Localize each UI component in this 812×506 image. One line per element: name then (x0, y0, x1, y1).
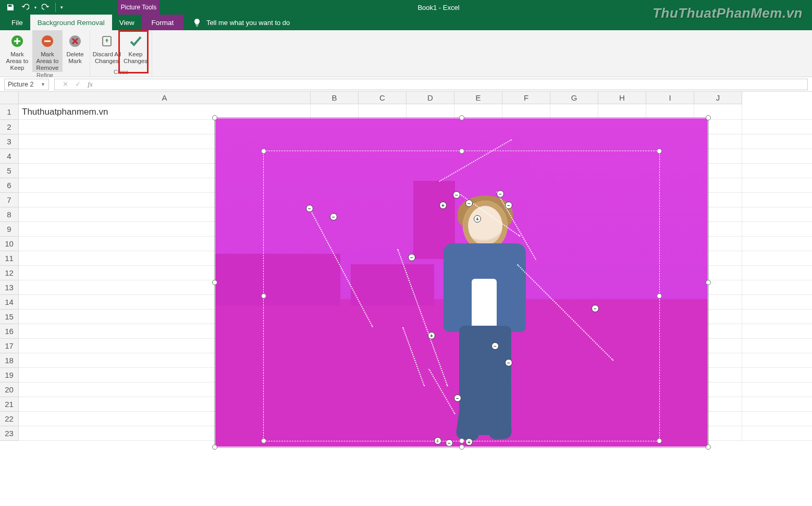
row-header-8[interactable]: 8 (0, 207, 19, 222)
crop-marquee[interactable] (263, 151, 660, 441)
row-header-7[interactable]: 7 (0, 193, 19, 207)
select-all-corner[interactable] (0, 92, 19, 104)
fx-icon[interactable]: fx (84, 79, 96, 90)
name-box[interactable]: Picture 2 ▼ (4, 79, 49, 90)
row-header-16[interactable]: 16 (0, 324, 19, 339)
tab-file[interactable]: File (4, 15, 30, 30)
recycle-icon (99, 33, 115, 49)
resize-handle[interactable] (459, 445, 464, 450)
mark-areas-to-remove-button[interactable]: Mark Areas to Remove (32, 30, 63, 72)
undo-icon[interactable] (18, 0, 32, 15)
row-header-12[interactable]: 12 (0, 266, 19, 280)
customize-qat-icon[interactable]: ▾ (58, 0, 65, 15)
picture-object[interactable] (215, 118, 708, 447)
checkmark-icon (128, 33, 143, 49)
quick-access-toolbar: ▾ ▾ (0, 0, 65, 15)
enter-icon[interactable]: ✓ (71, 79, 84, 90)
undo-dropdown-icon[interactable]: ▾ (32, 0, 39, 15)
resize-handle[interactable] (212, 280, 217, 285)
resize-handle[interactable] (459, 115, 464, 120)
row-header-3[interactable]: 3 (0, 134, 19, 149)
delete-mark-icon (67, 33, 83, 49)
cancel-icon[interactable]: ✕ (59, 79, 71, 90)
tell-me-placeholder: Tell me what you want to do (206, 19, 290, 27)
chevron-down-icon[interactable]: ▼ (41, 82, 45, 87)
watermark-text: ThuThuatPhanMem.vn (653, 5, 803, 21)
col-header-G[interactable]: G (550, 92, 598, 104)
row-header-14[interactable]: 14 (0, 295, 19, 310)
column-headers: A B C D E F G H I J (19, 92, 812, 104)
row-header-20[interactable]: 20 (0, 382, 19, 397)
row-header-21[interactable]: 21 (0, 397, 19, 412)
col-header-J[interactable]: J (694, 92, 742, 104)
formula-bar: Picture 2 ▼ ✕ ✓ fx (0, 77, 812, 92)
row-header-10[interactable]: 10 (0, 237, 19, 251)
keep-changes-button[interactable]: Keep Changes (121, 30, 150, 69)
row-header-6[interactable]: 6 (0, 178, 19, 193)
ribbon-group-refine: Mark Areas to Keep Mark Areas to Remove … (0, 30, 90, 77)
col-header-H[interactable]: H (598, 92, 646, 104)
ribbon-group-close: Discard All Changes Keep Changes Close (90, 30, 152, 77)
col-header-I[interactable]: I (646, 92, 694, 104)
col-header-C[interactable]: C (359, 92, 407, 104)
resize-handle[interactable] (212, 445, 217, 450)
resize-handle[interactable] (212, 115, 217, 120)
row-header-23[interactable]: 23 (0, 426, 19, 441)
row-header-9[interactable]: 9 (0, 222, 19, 237)
lightbulb-icon (193, 18, 201, 27)
formula-input[interactable] (96, 79, 807, 90)
row-header-11[interactable]: 11 (0, 251, 19, 266)
row-header-5[interactable]: 5 (0, 164, 19, 178)
tab-background-removal[interactable]: Background Removal (30, 15, 112, 30)
row-header-18[interactable]: 18 (0, 353, 19, 368)
delete-mark-button[interactable]: Delete Mark (63, 30, 88, 72)
col-header-E[interactable]: E (454, 92, 502, 104)
tab-view[interactable]: View (112, 15, 142, 30)
tell-me[interactable]: Tell me what you want to do (183, 15, 290, 30)
row-headers: 1234567891011121314151617181920212223 (0, 104, 19, 441)
group-label-close: Close (114, 69, 128, 77)
context-tool-label: Picture Tools (118, 0, 159, 15)
resize-handle[interactable] (706, 115, 711, 120)
col-header-B[interactable]: B (311, 92, 359, 104)
col-header-F[interactable]: F (502, 92, 550, 104)
row-header-22[interactable]: 22 (0, 412, 19, 426)
row-header-19[interactable]: 19 (0, 368, 19, 382)
save-icon[interactable] (3, 0, 18, 15)
col-header-A[interactable]: A (19, 92, 311, 104)
name-box-value: Picture 2 (8, 81, 33, 88)
redo-icon[interactable] (39, 0, 53, 15)
row-header-13[interactable]: 13 (0, 280, 19, 295)
row-header-1[interactable]: 1 (0, 104, 19, 120)
formula-bar-wrapper: ✕ ✓ fx (54, 79, 808, 90)
row-header-17[interactable]: 17 (0, 339, 19, 353)
ribbon: Mark Areas to Keep Mark Areas to Remove … (0, 30, 812, 77)
row-header-2[interactable]: 2 (0, 120, 19, 134)
resize-handle[interactable] (706, 445, 711, 450)
mark-areas-to-keep-button[interactable]: Mark Areas to Keep (2, 30, 32, 72)
row-header-15[interactable]: 15 (0, 310, 19, 324)
resize-handle[interactable] (706, 280, 711, 285)
discard-all-changes-button[interactable]: Discard All Changes (92, 30, 121, 69)
plus-circle-icon (9, 33, 25, 49)
col-header-D[interactable]: D (407, 92, 454, 104)
tab-format[interactable]: Format (142, 15, 183, 30)
row-header-4[interactable]: 4 (0, 149, 19, 164)
minus-circle-icon (40, 33, 55, 49)
